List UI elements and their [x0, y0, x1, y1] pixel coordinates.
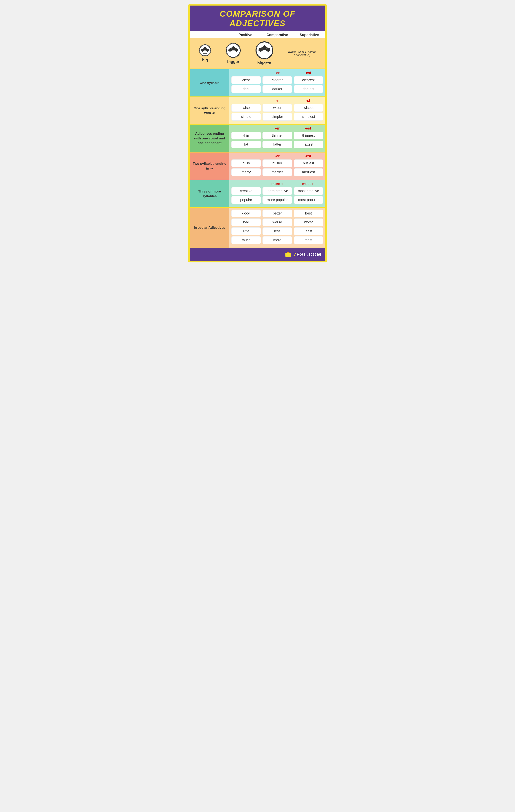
logo-icon	[285, 251, 292, 258]
words-row-two-syllable-y-0: busybusierbusiest	[231, 160, 323, 167]
word-sup-three-syllables-1: most popular	[294, 196, 323, 204]
suffix-comp-one-syllable: -er	[262, 71, 293, 75]
word-pos-one-syllable-0: clear	[231, 76, 261, 84]
section-two-syllable-y: Two syllables ending in -y-er-estbusybus…	[190, 152, 325, 180]
data-area-one-syllable-e: -r-stwisewiserwisestsimplesimplersimples…	[229, 97, 325, 124]
words-row-irregular-3: muchmoremost	[231, 236, 323, 244]
category-label-one-syllable: One syllable	[190, 69, 229, 96]
word-sup-two-syllable-y-0: busiest	[294, 160, 323, 167]
intro-bigger: bigger	[226, 43, 241, 64]
suffix-comp-three-syllables: more +	[262, 182, 293, 186]
col-label-spacer	[190, 33, 229, 37]
logo-text: 7ESL.COM	[293, 252, 321, 258]
word-comp-irregular-3: more	[262, 236, 292, 244]
data-area-vowel-consonant: -er-estthinthinnerthinnestfatfatterfatte…	[229, 125, 325, 152]
data-area-three-syllables: more +most +creativemore creativemost cr…	[229, 180, 325, 207]
svg-rect-13	[285, 253, 291, 257]
category-label-three-syllables: Three or more syllables	[190, 180, 229, 207]
words-row-vowel-consonant-0: thinthinnerthinnest	[231, 132, 323, 139]
words-row-vowel-consonant-1: fatfatterfattest	[231, 141, 323, 148]
suffix-comp-vowel-consonant: -er	[262, 126, 293, 130]
suffix-sup-vowel-consonant: -est	[292, 126, 323, 130]
word-comp-two-syllable-y-1: merrier	[262, 168, 292, 176]
data-area-two-syllable-y: -er-estbusybusierbusiestmerrymerriermerr…	[229, 152, 325, 180]
category-label-vowel-consonant: Adjectives ending with one vowel and one…	[190, 125, 229, 152]
word-sup-irregular-0: best	[294, 209, 323, 217]
word-sup-one-syllable-e-1: simplest	[294, 113, 323, 121]
word-sup-vowel-consonant-0: thinnest	[294, 132, 323, 139]
word-comp-one-syllable-e-1: simpler	[262, 113, 292, 121]
column-headers: Positive Comparative Superlative	[190, 31, 325, 38]
suffix-row-vowel-consonant: -er-est	[231, 126, 323, 130]
words-row-irregular-0: goodbetterbest	[231, 209, 323, 217]
intro-big-label: big	[202, 58, 208, 62]
section-irregular: Irregular Adjectivesgoodbetterbestbadwor…	[190, 208, 325, 248]
section-three-syllables: Three or more syllablesmore +most +creat…	[190, 180, 325, 208]
word-comp-one-syllable-e-0: wiser	[262, 104, 292, 112]
data-area-one-syllable: -er-estclearclearerclearestdarkdarkerdar…	[229, 69, 325, 96]
word-pos-irregular-3: much	[231, 236, 261, 244]
word-sup-irregular-2: least	[294, 227, 323, 235]
word-sup-one-syllable-0: clearest	[294, 76, 323, 84]
word-pos-vowel-consonant-1: fat	[231, 141, 261, 148]
word-pos-two-syllable-y-0: busy	[231, 160, 261, 167]
words-row-one-syllable-0: clearclearerclearest	[231, 76, 323, 84]
word-pos-irregular-1: bad	[231, 219, 261, 226]
word-pos-irregular-0: good	[231, 209, 261, 217]
col-superlative-header: Superlative	[293, 33, 325, 37]
words-row-irregular-2: littlelessleast	[231, 227, 323, 235]
intro-section: big bigger bigge	[190, 38, 325, 69]
category-label-irregular: Irregular Adjectives	[190, 208, 229, 248]
suffix-row-three-syllables: more +most +	[231, 182, 323, 186]
category-label-one-syllable-e: One syllable ending with -e	[190, 97, 229, 124]
section-one-syllable-e: One syllable ending with -e-r-stwisewise…	[190, 97, 325, 125]
suffix-sup-one-syllable: -est	[292, 71, 323, 75]
word-sup-irregular-1: worst	[294, 219, 323, 226]
word-sup-irregular-3: most	[294, 236, 323, 244]
col-comparative-header: Comparative	[261, 33, 293, 37]
word-pos-one-syllable-e-1: simple	[231, 113, 261, 121]
words-row-one-syllable-1: darkdarkerdarkest	[231, 85, 323, 93]
intro-note: (Note: Put THE before a superlative)	[288, 50, 316, 57]
section-one-syllable: One syllable-er-estclearclearerclearestd…	[190, 69, 325, 97]
word-pos-irregular-2: little	[231, 227, 261, 235]
word-comp-one-syllable-0: clearer	[262, 76, 292, 84]
word-pos-one-syllable-e-0: wise	[231, 104, 261, 112]
suffix-sup-three-syllables: most +	[292, 182, 323, 186]
intro-bigger-label: bigger	[227, 59, 239, 64]
word-comp-one-syllable-1: darker	[262, 85, 292, 93]
words-row-three-syllables-0: creativemore creativemost creative	[231, 187, 323, 195]
word-comp-three-syllables-1: more popular	[262, 196, 292, 204]
suffix-comp-one-syllable-e: -r	[262, 98, 293, 103]
word-sup-three-syllables-0: most creative	[294, 187, 323, 195]
page-title: COMPARISON OF ADJECTIVES	[192, 9, 323, 28]
logo: 7ESL.COM	[285, 251, 321, 258]
word-pos-three-syllables-1: popular	[231, 196, 261, 204]
soccer-ball-medium	[226, 43, 241, 58]
suffix-row-one-syllable-e: -r-st	[231, 98, 323, 103]
intro-biggest-label: biggest	[257, 61, 271, 65]
word-comp-vowel-consonant-1: fatter	[262, 141, 292, 148]
word-sup-one-syllable-1: darkest	[294, 85, 323, 93]
intro-biggest: biggest	[256, 41, 273, 65]
footer: 7ESL.COM	[190, 248, 325, 261]
word-sup-two-syllable-y-1: merriest	[294, 168, 323, 176]
svg-marker-14	[286, 252, 291, 253]
category-label-two-syllable-y: Two syllables ending in -y	[190, 152, 229, 180]
suffix-sup-two-syllable-y: -est	[292, 154, 323, 158]
title-bar: COMPARISON OF ADJECTIVES	[190, 5, 325, 31]
word-sup-vowel-consonant-1: fattest	[294, 141, 323, 148]
soccer-ball-large	[256, 41, 273, 59]
words-row-irregular-1: badworseworst	[231, 219, 323, 226]
word-pos-one-syllable-1: dark	[231, 85, 261, 93]
sections-container: One syllable-er-estclearclearerclearestd…	[190, 69, 325, 248]
suffix-row-two-syllable-y: -er-est	[231, 154, 323, 158]
word-comp-three-syllables-0: more creative	[262, 187, 292, 195]
words-row-two-syllable-y-1: merrymerriermerriest	[231, 168, 323, 176]
col-positive-header: Positive	[229, 33, 261, 37]
word-comp-irregular-0: better	[262, 209, 292, 217]
words-row-one-syllable-e-1: simplesimplersimplest	[231, 113, 323, 121]
section-vowel-consonant: Adjectives ending with one vowel and one…	[190, 125, 325, 152]
word-comp-vowel-consonant-0: thinner	[262, 132, 292, 139]
suffix-row-one-syllable: -er-est	[231, 71, 323, 75]
